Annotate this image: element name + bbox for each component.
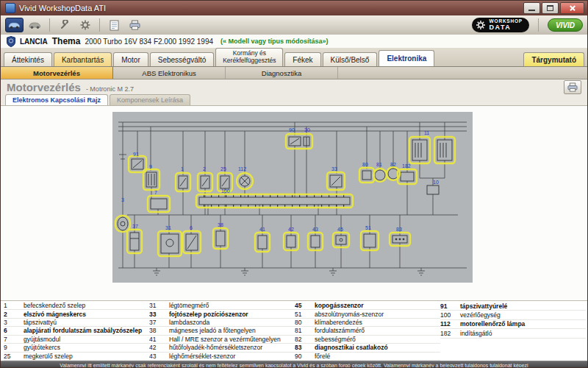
legend-row: 31légtömegmérő — [149, 302, 295, 310]
legend-column-1: 1befecskendező szelep2elszívó mágneskerc… — [4, 302, 149, 361]
legend-number: 45 — [295, 302, 315, 309]
window-controls — [523, 2, 584, 14]
tab-attekintes[interactable]: Áttekintés — [4, 52, 52, 66]
legend-number: 2 — [4, 311, 24, 318]
main-tabs: ÁttekintésKarbantartásMotorSebességváltó… — [1, 48, 587, 67]
svg-text:1: 1 — [181, 166, 184, 171]
legend-row: 6alapjárati fordulatszám szabályzószelep — [4, 327, 149, 335]
svg-text:51: 51 — [365, 225, 371, 230]
vivid-logo: VIVID — [548, 18, 583, 32]
legend-label: megkerülő szelep — [24, 353, 73, 360]
gear-icon — [80, 20, 90, 30]
legend-label: tápszivattyúrelé — [460, 302, 507, 310]
svg-text:43: 43 — [312, 227, 318, 232]
legend-label: légtömegmérő — [169, 302, 209, 309]
subtab-abs-elektronikus[interactable]: ABS Elektronikus — [113, 67, 226, 79]
subtab-motorvezerles[interactable]: Motorvezérlés — [1, 67, 113, 79]
toolbar: WORKSHOP DATA VIVID — [1, 15, 587, 35]
legend-row: 112motorellenőrző lámpa — [440, 320, 586, 329]
close-icon[interactable] — [560, 2, 584, 14]
legend-row: 2elszívó mágneskercs — [4, 310, 149, 318]
change-model-link[interactable]: (« Modell vagy típus módosítása») — [220, 38, 329, 45]
svg-text:182: 182 — [402, 163, 411, 169]
vehicle-select-button[interactable] — [5, 18, 24, 32]
tab-elektronika[interactable]: Elektronika — [379, 50, 434, 66]
legend-number: 33 — [149, 311, 169, 318]
tab-karbantartas[interactable]: Karbantartás — [54, 52, 112, 66]
vehicle-bar: LANCIA Thema 2000 Turbo 16V 834 F2.000 1… — [1, 35, 587, 49]
legend-row: 51abszolútnyomás-szenzor — [295, 310, 440, 318]
legend-row: 1befecskendező szelep — [4, 302, 149, 310]
legend-number: 7 — [4, 336, 24, 343]
legend-label: klímaberendezés — [315, 319, 362, 326]
legend-number: 80 — [295, 319, 315, 326]
svg-text:2: 2 — [203, 166, 206, 171]
legend-row: 90főrelé — [295, 353, 440, 361]
page-title: Motorvezérlés — [7, 81, 81, 93]
legend-number: 112 — [440, 320, 460, 328]
legend-number: 1 — [4, 302, 24, 309]
vehicle-details: 2000 Turbo 16V 834 F2.000 1992 1994 — [85, 38, 213, 46]
legend-label: fordulatszámmérő — [315, 327, 365, 334]
legend-label: hűtőfolyadék-hőmérsékletszenzor — [169, 344, 262, 351]
vehicle-history-button[interactable] — [26, 18, 44, 32]
print-page-button[interactable] — [564, 80, 581, 94]
minimize-icon[interactable] — [523, 2, 540, 14]
maximize-icon[interactable] — [542, 2, 559, 14]
svg-text:7: 7 — [154, 190, 157, 195]
legend-label: indításgátló — [460, 330, 492, 337]
adjustments-button[interactable] — [55, 18, 74, 32]
legend-number: 42 — [149, 344, 169, 351]
manuals-button[interactable] — [105, 18, 123, 32]
svg-text:33: 33 — [331, 166, 337, 171]
legend-row: 3tápszivattyú — [4, 319, 149, 327]
tab-motor[interactable]: Motor — [113, 52, 148, 66]
legend-row: 80klímaberendezés — [295, 319, 440, 327]
legend-label: gyújtótekercs — [24, 344, 60, 351]
tab-kulso-belso[interactable]: Külső/Belső — [323, 52, 378, 66]
legend-number: 38 — [149, 327, 169, 334]
svg-text:91: 91 — [133, 152, 139, 157]
title-bar: Vivid WorkshopData ATI — [1, 1, 587, 15]
legend-row: 25megkerülő szelep — [4, 353, 149, 361]
legend-label: mágneses jeladó a főtengelyen — [169, 327, 256, 334]
tab-sebessegvalto[interactable]: Sebességváltó — [150, 52, 215, 66]
legend-label: léghőmérséklet-szenzor — [169, 353, 235, 360]
tab-fekek[interactable]: Fékek — [284, 52, 320, 66]
sub-tabs: MotorvezérlésABS ElektronikusDiagnosztik… — [1, 67, 587, 79]
svg-text:30: 30 — [304, 127, 310, 132]
workshopdata-logo: WORKSHOP DATA — [472, 18, 529, 32]
legend-number: 81 — [295, 327, 315, 334]
legend-label: Hall / MRE szenzor a vezérműtengelyen — [169, 336, 281, 343]
status-bar: Valamennyi itt említett márkanév csak re… — [1, 361, 587, 368]
toolbar-separator — [538, 18, 539, 32]
legend-row: 100vezérlőegység — [440, 311, 586, 319]
tab-targymutato[interactable]: Tárgymutató — [523, 52, 584, 66]
legend-column-2: 31légtömegmérő33fojtószelep pozíciószenz… — [149, 302, 295, 361]
legend-label: elszívó mágneskercs — [24, 311, 86, 318]
gear-icon — [476, 20, 486, 30]
wrench-icon — [60, 20, 70, 30]
svg-text:80: 80 — [362, 162, 368, 167]
svg-text:82: 82 — [390, 162, 396, 167]
legend-number: 31 — [149, 302, 169, 309]
svg-text:112: 112 — [238, 166, 246, 171]
legend-number: 182 — [440, 330, 460, 337]
settings-button[interactable] — [76, 18, 94, 32]
legend-label: gyújtásmodul — [24, 336, 60, 343]
legend-row: 91tápszivattyúrelé — [440, 302, 586, 311]
tab-kormany[interactable]: Kormány és Kerékfelfüggesztés — [215, 48, 283, 66]
wiring-diagram-svg: 9030119197122511233808182182101003373163… — [112, 112, 473, 283]
legend-column-4: 91tápszivattyúrelé100vezérlőegység112mot… — [440, 302, 586, 361]
legend-row: 38mágneses jeladó a főtengelyen — [149, 327, 295, 335]
brand-logos: WORKSHOP DATA VIVID — [472, 18, 583, 32]
legend-row: 81fordulatszámmérő — [295, 327, 440, 335]
content-tab-komponensek-leirasa[interactable]: Komponensek Leírása — [110, 94, 190, 105]
subtab-diagnosztika[interactable]: Diagnosztika — [226, 67, 338, 79]
wiring-diagram[interactable]: 9030119197122511233808182182101003373163… — [112, 112, 473, 283]
content-tab-elektromos-kapcsolasi-rajz[interactable]: Elektromos Kapcsolási Rajz — [5, 94, 108, 105]
print-toolbar-button[interactable] — [126, 18, 144, 32]
svg-text:31: 31 — [165, 225, 171, 230]
legend-row: 37lambdaszonda — [149, 319, 295, 327]
page-header: Motorvezérlés - Motronic M 2.7 — [1, 79, 587, 95]
